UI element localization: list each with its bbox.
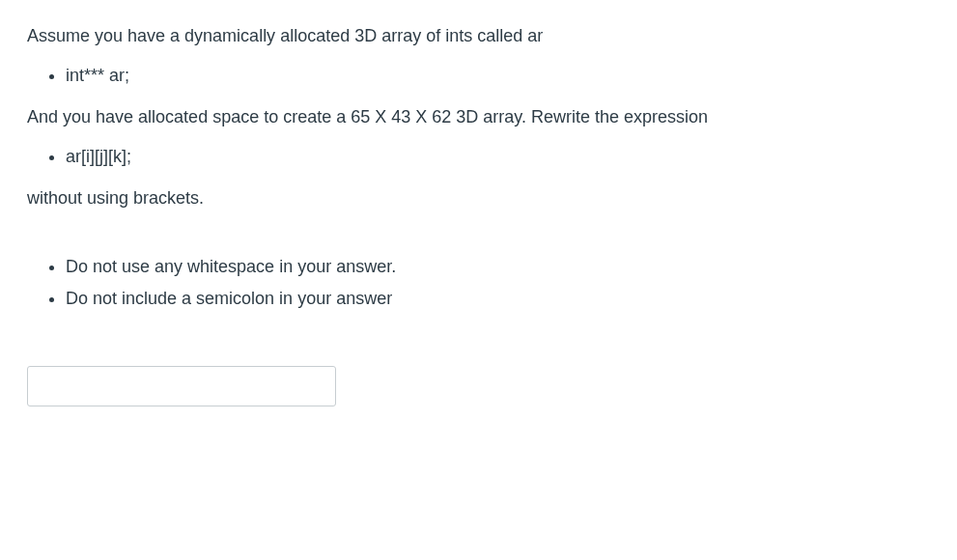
rule-item: Do not include a semicolon in your answe… — [66, 286, 930, 312]
rules-list: Do not use any whitespace in your answer… — [27, 254, 930, 312]
declaration-item: int*** ar; — [66, 63, 930, 89]
allocation-text: And you have allocated space to create a… — [27, 104, 930, 130]
expression-item: ar[i][j][k]; — [66, 144, 930, 170]
expression-list: ar[i][j][k]; — [27, 144, 930, 170]
answer-input[interactable] — [27, 366, 336, 406]
rule-item: Do not use any whitespace in your answer… — [66, 254, 930, 280]
task-text: without using brackets. — [27, 185, 930, 211]
spacer — [27, 225, 930, 254]
question-container: Assume you have a dynamically allocated … — [27, 23, 930, 406]
declaration-list: int*** ar; — [27, 63, 930, 89]
question-intro: Assume you have a dynamically allocated … — [27, 23, 930, 49]
